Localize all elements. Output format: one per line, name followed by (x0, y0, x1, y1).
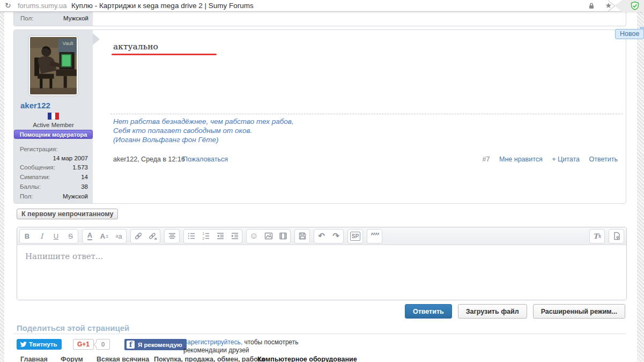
link-icon (134, 231, 143, 241)
facebook-recommend-button[interactable]: f Я рекомендую (124, 339, 187, 350)
outdent-icon (216, 231, 225, 241)
submit-reply-button[interactable]: Ответить (405, 304, 452, 319)
tx-icon: T (593, 232, 598, 240)
reply-link[interactable]: Ответить (589, 156, 618, 163)
remove-link-button[interactable] (145, 230, 160, 243)
gplus-button[interactable]: G+1 (73, 339, 94, 350)
text-color-icon: A (87, 232, 92, 240)
stat-label: Симпатии: (20, 174, 50, 180)
source-page-icon (612, 231, 621, 241)
post-number[interactable]: #7 (483, 156, 490, 163)
image-icon (264, 231, 273, 241)
font-family-button[interactable]: aa (112, 230, 126, 243)
share-divider (13, 334, 626, 334)
numbered-list-button[interactable]: 12 (198, 230, 213, 243)
breadcrumb-home[interactable]: Главная (20, 356, 48, 362)
stat-value: Мужской (63, 193, 88, 200)
user-title: Active Member (14, 122, 93, 128)
red-underline (112, 54, 217, 55)
reply-placeholder: Напишите ответ... (25, 252, 103, 261)
page-title: Куплю - Картриджи к sega mega drive 2 | … (71, 0, 254, 11)
insert-media-button[interactable] (276, 230, 290, 243)
like-link[interactable]: Мне нравится (499, 156, 543, 163)
italic-button[interactable]: I (34, 230, 49, 243)
previous-post-user-panel: Пол: Мужской (14, 12, 93, 26)
tweet-label: Твитнуть (29, 341, 57, 348)
undo-button[interactable]: ↶ (314, 230, 329, 243)
unlink-icon (148, 231, 158, 241)
numbered-list-icon: 12 (201, 231, 211, 241)
france-flag-icon (14, 113, 93, 122)
breadcrumb: Главная Форум Всякая всячина Покупка, пр… (0, 356, 633, 362)
post-meta: aker122, Среда в 12:16 (113, 156, 185, 163)
stat-value: 38 (81, 183, 88, 190)
facebook-label: Я рекомендую (138, 342, 182, 348)
breadcrumb-forum[interactable]: Форум (61, 356, 83, 362)
screen: ↻ forums.sumy.ua Куплю - Картриджи к seg… (0, 0, 644, 362)
indent-button[interactable] (227, 230, 242, 243)
indent-icon (230, 231, 240, 241)
avatar[interactable]: Vault (29, 36, 78, 95)
smilies-button[interactable]: ☺ (247, 230, 261, 243)
breadcrumb-trade[interactable]: Покупка, продажа, обмен, работа (154, 356, 265, 362)
gplus-counter: 0 (96, 339, 110, 350)
gender-value: Мужской (63, 12, 88, 25)
breadcrumb-current[interactable]: Компьютерное оборудование (257, 356, 357, 362)
reply-input[interactable]: Напишите ответ... (17, 245, 626, 300)
insert-link-button[interactable] (131, 230, 145, 243)
align-icon (167, 231, 177, 241)
reload-icon[interactable]: ↻ (5, 0, 13, 11)
stat-label: Сообщения: (20, 164, 55, 171)
twitter-bird-icon (20, 342, 27, 348)
reply-editor: B I U S A A± aa (17, 227, 627, 300)
address-bar-url[interactable]: forums.sumy.ua (18, 0, 67, 11)
editor-toolbar: B I U S A A± aa (17, 227, 626, 245)
bbcode-editor-button[interactable] (609, 230, 624, 243)
register-link[interactable]: Зарегистрируйтесь, (183, 338, 242, 346)
browser-chrome: ↻ forums.sumy.ua Куплю - Картриджи к seg… (0, 0, 644, 12)
new-posts-badge[interactable]: Новое (615, 29, 644, 39)
text-color-button[interactable]: A (83, 230, 97, 243)
bullet-list-icon (187, 231, 196, 241)
save-draft-button[interactable] (295, 230, 309, 243)
alignment-button[interactable] (165, 230, 179, 243)
stat-label: Баллы: (20, 183, 41, 190)
security-shield-icon[interactable] (630, 1, 640, 13)
underline-button[interactable]: U (49, 230, 63, 243)
outdent-button[interactable] (213, 230, 227, 243)
signature-separator (110, 114, 623, 114)
forum-page: Пол: Мужской Vault (0, 12, 644, 362)
quote-button[interactable]: ”” (367, 230, 382, 243)
stat-value: 14 (81, 174, 88, 180)
signature-line: (Иоганн Вольфганг фон Гёте) (113, 135, 294, 144)
share-heading: Поделиться этой страницей (17, 323, 129, 333)
insert-image-button[interactable] (261, 230, 276, 243)
panel-pointer (93, 33, 100, 45)
tweet-button[interactable]: Твитнуть (17, 339, 62, 350)
signature-line: Себя кто полагает свободным от оков. (113, 126, 294, 135)
redo-button[interactable]: ↷ (329, 230, 343, 243)
bold-button[interactable]: B (20, 230, 34, 243)
username-link[interactable]: aker122 (20, 101, 50, 110)
film-icon (278, 231, 288, 241)
breadcrumb-misc[interactable]: Всякая всячина (97, 356, 149, 362)
reply-actions: Ответить Загрузить файл Расширенный режи… (17, 304, 625, 319)
font-family-icon2: a (118, 232, 122, 240)
stat-label: Регистрация: (20, 146, 57, 152)
jump-to-unread-button[interactable]: К первому непрочитанному (17, 209, 118, 219)
spoiler-button[interactable]: SP (348, 230, 362, 243)
font-size-button[interactable]: A± (97, 230, 112, 243)
report-link[interactable]: Пожаловаться (183, 156, 228, 163)
stat-label: Пол: (20, 193, 33, 200)
quote-link[interactable]: + Цитата (552, 156, 580, 163)
bullet-list-button[interactable] (184, 230, 198, 243)
sp-icon: SP (350, 232, 360, 241)
signature-line: Нет рабства безнадёжнее, чем рабство тех… (113, 117, 294, 126)
advanced-mode-button[interactable]: Расширенный режим... (533, 304, 625, 319)
forum-post: Vault (13, 29, 626, 204)
strikethrough-button[interactable]: S (63, 230, 78, 243)
font-size-icon: A (100, 232, 105, 240)
remove-formatting-button[interactable]: Tx (590, 230, 604, 243)
svg-text:2: 2 (202, 237, 204, 240)
upload-file-button[interactable]: Загрузить файл (458, 304, 527, 319)
